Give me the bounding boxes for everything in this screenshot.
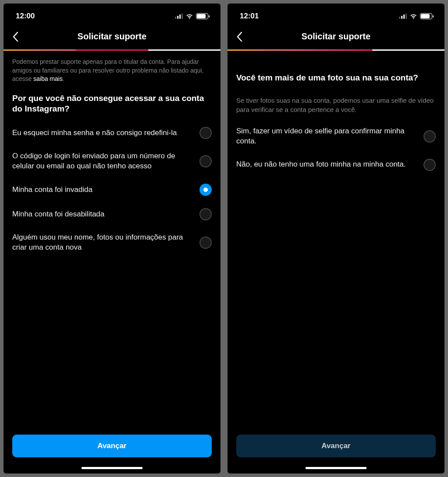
footer: Avançar: [4, 429, 220, 463]
option-label: Minha conta foi invadida: [12, 185, 193, 195]
radio-icon: [424, 130, 436, 143]
question-heading: Por que você não consegue acessar a sua …: [12, 93, 212, 115]
option-forgot-password[interactable]: Eu esqueci minha senha e não consigo red…: [12, 127, 212, 139]
option-label: Sim, fazer um vídeo de selfie para confi…: [236, 126, 417, 146]
radio-icon: [200, 155, 212, 167]
content-area: Você tem mais de uma foto sua na sua con…: [228, 51, 444, 429]
option-no-access-code[interactable]: O código de login foi enviado para um nú…: [12, 151, 212, 171]
option-account-hacked[interactable]: Minha conta foi invadida: [12, 184, 212, 196]
intro-text: Podemos prestar suporte apenas para o ti…: [12, 58, 212, 84]
option-yes-selfie[interactable]: Sim, fazer um vídeo de selfie para confi…: [236, 126, 436, 146]
cellular-signal-icon: [175, 14, 183, 19]
learn-more-link[interactable]: saiba mais: [33, 75, 63, 82]
wifi-icon: [410, 13, 417, 19]
options-list: Eu esqueci minha senha e não consigo red…: [12, 127, 212, 253]
options-list: Sim, fazer um vídeo de selfie para confi…: [236, 126, 436, 171]
content-area: Podemos prestar suporte apenas para o ti…: [4, 51, 220, 429]
status-time: 12:00: [16, 12, 35, 21]
option-no-photo[interactable]: Não, eu não tenho uma foto minha na minh…: [236, 159, 436, 171]
question-heading: Você tem mais de uma foto sua na sua con…: [236, 73, 436, 84]
nav-header: Solicitar suporte: [4, 25, 220, 48]
phone-screen-right: 12:01 Solicitar suporte Você tem mais de…: [228, 3, 444, 474]
back-button[interactable]: [12, 31, 18, 42]
option-account-disabled[interactable]: Minha conta foi desabilitada: [12, 208, 212, 220]
radio-icon: [200, 208, 212, 220]
status-icons: [175, 13, 208, 19]
radio-icon: [200, 184, 212, 196]
battery-icon: [420, 13, 432, 19]
footer: Avançar: [228, 429, 444, 463]
radio-icon: [424, 159, 436, 171]
radio-icon: [200, 127, 212, 139]
wifi-icon: [186, 13, 193, 19]
page-title: Solicitar suporte: [11, 31, 213, 42]
cellular-signal-icon: [399, 14, 407, 19]
option-impersonation[interactable]: Alguém usou meu nome, fotos ou informaçõ…: [12, 233, 212, 253]
battery-icon: [196, 13, 208, 19]
radio-icon: [200, 237, 212, 249]
option-label: Alguém usou meu nome, fotos ou informaçõ…: [12, 233, 193, 253]
option-label: Não, eu não tenho uma foto minha na minh…: [236, 160, 417, 170]
status-icons: [399, 13, 432, 19]
status-time: 12:01: [240, 12, 259, 21]
nav-header: Solicitar suporte: [228, 25, 444, 48]
page-title: Solicitar suporte: [235, 31, 437, 42]
option-label: Eu esqueci minha senha e não consigo red…: [12, 128, 193, 138]
home-indicator[interactable]: [81, 467, 143, 469]
back-button[interactable]: [236, 31, 242, 42]
question-subtext: Se tiver fotos suas na sua conta, podemo…: [236, 96, 436, 114]
intro-after: .: [63, 75, 64, 82]
option-label: Minha conta foi desabilitada: [12, 209, 193, 219]
option-label: O código de login foi enviado para um nú…: [12, 151, 193, 171]
next-button[interactable]: Avançar: [236, 435, 436, 457]
next-button[interactable]: Avançar: [12, 435, 212, 457]
home-indicator[interactable]: [305, 467, 367, 469]
status-bar: 12:01: [228, 3, 444, 25]
phone-screen-left: 12:00 Solicitar suporte Podemos prestar …: [4, 3, 220, 474]
status-bar: 12:00: [4, 3, 220, 25]
